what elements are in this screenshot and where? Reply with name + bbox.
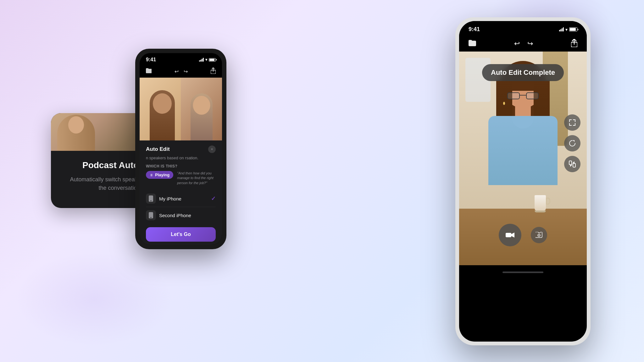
redo-icon-large[interactable]: ↪ bbox=[527, 40, 533, 48]
redo-icon[interactable]: ↪ bbox=[184, 69, 188, 74]
bottom-sheet-close[interactable]: × bbox=[208, 145, 216, 153]
main-video: Auto Edit Complete bbox=[459, 52, 587, 265]
device-item-second-iphone[interactable]: Second iPhone bbox=[146, 207, 216, 223]
person-right bbox=[181, 78, 222, 140]
expand-button[interactable] bbox=[564, 114, 580, 131]
record-button[interactable] bbox=[499, 224, 521, 246]
person-left bbox=[140, 78, 185, 140]
bottom-sheet-desc: n speakers based on rsation. bbox=[146, 156, 216, 160]
dynamic-island bbox=[504, 25, 542, 36]
bottom-sheet-header: Auto Edit × bbox=[146, 145, 216, 153]
large-iphone-screen: 9:41 ▾ ↩ bbox=[459, 21, 587, 342]
svg-point-2 bbox=[151, 200, 152, 201]
svg-rect-8 bbox=[506, 233, 511, 237]
svg-rect-7 bbox=[573, 163, 575, 167]
rotate-button[interactable] bbox=[564, 135, 580, 151]
undo-icon-large[interactable]: ↩ bbox=[514, 40, 520, 48]
toolbar-large: ↩ ↪ bbox=[459, 36, 587, 52]
share-icon-large[interactable] bbox=[571, 39, 577, 48]
home-indicator-large bbox=[502, 272, 543, 273]
folder-icon-large[interactable] bbox=[469, 40, 476, 47]
status-time-large: 9:41 bbox=[469, 26, 480, 33]
share-icon[interactable] bbox=[211, 68, 216, 75]
auto-edit-badge: Auto Edit Complete bbox=[482, 64, 564, 81]
playing-badge: ⏸ Playing bbox=[146, 171, 173, 179]
battery-icon bbox=[209, 58, 216, 62]
right-controls bbox=[564, 114, 580, 172]
status-time: 9:41 bbox=[146, 57, 156, 63]
folder-icon[interactable] bbox=[146, 68, 152, 75]
bottom-sheet-title: Auto Edit bbox=[146, 146, 170, 152]
glasses bbox=[507, 92, 539, 100]
status-icons-large: ▾ bbox=[559, 27, 577, 32]
video-preview bbox=[140, 78, 222, 140]
which-label: WHICH IS THIS? bbox=[146, 164, 216, 168]
bg-decoration-2 bbox=[16, 252, 173, 346]
switch-button[interactable] bbox=[564, 156, 580, 172]
signal-icon-large bbox=[559, 27, 564, 31]
signal-icon bbox=[199, 58, 204, 62]
middle-iphone: 9:41 ▾ ↩ bbox=[135, 49, 226, 249]
large-iphone: 9:41 ▾ ↩ bbox=[455, 17, 591, 345]
play-icon: ⏸ bbox=[150, 173, 153, 177]
lets-go-button[interactable]: Let's Go bbox=[146, 227, 216, 242]
nav-icons: ↩ ↪ bbox=[175, 69, 188, 74]
nav-icons-large: ↩ ↪ bbox=[514, 40, 533, 48]
photo-button[interactable] bbox=[531, 227, 547, 243]
device-icon-second-iphone bbox=[146, 210, 156, 220]
check-icon-my-iphone: ✓ bbox=[211, 195, 216, 202]
svg-point-10 bbox=[539, 235, 540, 236]
person-subject bbox=[482, 61, 564, 212]
battery-icon-large bbox=[569, 27, 577, 31]
notch bbox=[162, 53, 200, 62]
svg-point-4 bbox=[151, 217, 152, 218]
svg-rect-6 bbox=[569, 161, 572, 165]
playing-row: ⏸ Playing "And then how did you manage t… bbox=[146, 171, 216, 189]
device-icon-my-iphone bbox=[146, 194, 156, 204]
bottom-sheet: Auto Edit × n speakers based on rsation.… bbox=[140, 140, 222, 245]
device-name-second-iphone: Second iPhone bbox=[159, 213, 191, 218]
playing-quote: "And then how did you manage to find the… bbox=[177, 171, 216, 185]
playing-label: Playing bbox=[155, 173, 169, 177]
device-name-my-iphone: My iPhone bbox=[159, 196, 181, 201]
wifi-icon: ▾ bbox=[205, 58, 207, 62]
undo-icon[interactable]: ↩ bbox=[175, 69, 179, 74]
wifi-icon-large: ▾ bbox=[565, 27, 568, 32]
bottom-controls bbox=[459, 224, 587, 246]
device-item-my-iphone[interactable]: My iPhone ✓ bbox=[146, 190, 216, 207]
middle-iphone-screen: 9:41 ▾ ↩ bbox=[140, 53, 222, 245]
toolbar: ↩ ↪ bbox=[140, 65, 222, 78]
status-icons: ▾ bbox=[199, 58, 216, 62]
